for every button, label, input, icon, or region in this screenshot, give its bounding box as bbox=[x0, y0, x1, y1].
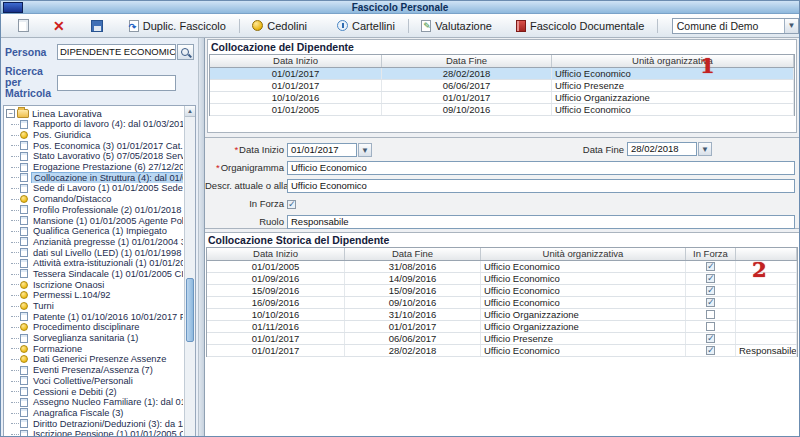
tree-expander-icon[interactable]: − bbox=[6, 109, 15, 118]
fascicolo-documentale-button[interactable]: Fascicolo Documentale bbox=[511, 17, 649, 35]
app-window: Fascicolo Personale ✕ Duplic. Fascicolo … bbox=[0, 0, 800, 437]
cell-unita: Ufficio Organizzazione bbox=[481, 321, 686, 332]
tree-item[interactable]: Sede di Lavoro (1) 01/01/2005 Sede Princ… bbox=[6, 183, 183, 194]
in-forza-checkbox[interactable] bbox=[706, 262, 715, 271]
table-row[interactable]: 15/09/2016 15/09/2016 Ufficio Economico bbox=[207, 285, 797, 297]
chevron-down-icon[interactable]: ▼ bbox=[358, 143, 372, 157]
cartellini-button[interactable]: Cartellini bbox=[332, 17, 400, 35]
tree-item[interactable]: Voci Collettive/Personali bbox=[6, 376, 183, 387]
table-row[interactable]: 01/09/2016 14/09/2016 Ufficio Economico bbox=[207, 273, 797, 285]
tree-item[interactable]: Erogazione Prestazione (6) 27/12/2017 Fu… bbox=[6, 162, 183, 173]
scrollbar-thumb[interactable] bbox=[186, 278, 194, 342]
in-forza-checkbox[interactable] bbox=[706, 346, 715, 355]
table-row[interactable]: 01/01/2017 28/02/2018 Ufficio Economico … bbox=[207, 345, 797, 357]
tree-item[interactable]: Cessioni e Debiti (2) bbox=[6, 386, 183, 397]
data-fine-input[interactable]: 28/02/2018 bbox=[627, 142, 697, 156]
column-header[interactable]: In Forza bbox=[686, 248, 736, 260]
tree-item[interactable]: Attività extra-istituzionali (1) 01/01/2… bbox=[6, 258, 183, 269]
table-row[interactable]: 01/01/2017 06/06/2017 Ufficio Presenze bbox=[210, 80, 794, 92]
table-row[interactable]: 10/10/2016 31/10/2016 Ufficio Organizzaz… bbox=[207, 309, 797, 321]
table-row[interactable]: 01/01/2017 06/06/2017 Ufficio Presenze bbox=[207, 333, 797, 345]
column-header[interactable]: Data Fine bbox=[382, 55, 552, 67]
tree-item[interactable]: Tessera Sindacale (1) 01/01/2005 CISL bbox=[6, 269, 183, 280]
in-forza-checkbox[interactable] bbox=[706, 322, 715, 331]
organigramma-input[interactable]: Ufficio Economico bbox=[287, 161, 795, 175]
tree-item[interactable]: Assegno Nucleo Familiare (1): dal 01/07/… bbox=[6, 397, 183, 408]
tree-root-node[interactable]: − Linea Lavorativa bbox=[6, 107, 183, 119]
tree-item[interactable]: Eventi Presenza/Assenza (7) bbox=[6, 365, 183, 376]
new-button[interactable] bbox=[13, 16, 34, 35]
duplica-fascicolo-button[interactable]: Duplic. Fascicolo bbox=[124, 17, 231, 35]
collocazione-form: Data Inizio 01/01/2017 ▼ Data Fine 28/02… bbox=[205, 137, 799, 229]
tree-item[interactable]: Collocazione in Struttura (4): dal 01/01… bbox=[6, 172, 183, 183]
data-inizio-input[interactable]: 01/01/2017 bbox=[287, 143, 357, 157]
tree-item[interactable]: dati sul Livello (LED) (1) 01/01/1998 5L bbox=[6, 247, 183, 258]
cell-data-inizio: 01/01/2017 bbox=[210, 80, 382, 91]
column-header[interactable]: Unità organizzativa bbox=[552, 55, 794, 67]
tree-item[interactable]: Diritto Detrazioni/Deduzioni (3): da 1/2… bbox=[6, 418, 183, 429]
tree-item[interactable]: Comando/Distacco bbox=[6, 194, 183, 205]
scroll-up-icon[interactable]: ▲ bbox=[185, 106, 195, 117]
tree-item[interactable]: Permessi L.104/92 bbox=[6, 290, 183, 301]
column-header[interactable]: Unità organizzativa bbox=[481, 248, 686, 260]
in-forza-checkbox[interactable] bbox=[706, 286, 715, 295]
tree-item[interactable]: Pos. Giuridica bbox=[6, 130, 183, 141]
collocazione-storica-table: Data Inizio Data Fine Unità organizzativ… bbox=[206, 247, 798, 357]
table-row[interactable]: 01/11/2016 01/01/2017 Ufficio Organizzaz… bbox=[207, 321, 797, 333]
tree-item[interactable]: Formazione bbox=[6, 343, 183, 354]
cell-in-forza bbox=[686, 345, 736, 356]
tree-item[interactable]: Profilo Professionale (2) 01/01/2018 Amm… bbox=[6, 205, 183, 216]
ricerca-matricola-label: Ricerca per Matricola bbox=[5, 66, 57, 99]
cedolini-button[interactable]: Cedolini bbox=[247, 17, 312, 35]
tree-item[interactable]: Iscrizione Onaosi bbox=[6, 279, 183, 290]
chevron-down-icon[interactable]: ▼ bbox=[698, 142, 712, 156]
cell-data-inizio: 01/11/2016 bbox=[207, 321, 345, 332]
search-icon[interactable] bbox=[177, 44, 194, 60]
tree-item[interactable]: Sorveglianza sanitaria (1) bbox=[6, 333, 183, 344]
tree-item[interactable]: Anzianità pregresse (1) 01/01/2004 31/12… bbox=[6, 237, 183, 248]
table-row[interactable]: 01/01/2005 09/10/2016 Ufficio Economico bbox=[210, 104, 794, 116]
save-button[interactable] bbox=[86, 17, 108, 35]
table-row[interactable]: 10/10/2016 01/01/2017 Ufficio Organizzaz… bbox=[210, 92, 794, 104]
chevron-down-icon[interactable]: ▼ bbox=[784, 19, 798, 33]
table-row[interactable]: 16/09/2016 09/10/2016 Ufficio Economico bbox=[207, 297, 797, 309]
in-forza-checkbox[interactable] bbox=[706, 274, 715, 283]
in-forza-checkbox[interactable] bbox=[706, 298, 715, 307]
descrizione-input[interactable]: Ufficio Economico bbox=[287, 179, 795, 193]
cell-data-fine: 14/09/2016 bbox=[345, 273, 481, 284]
tree-item-icon bbox=[20, 355, 28, 363]
in-forza-checkbox[interactable] bbox=[706, 310, 715, 319]
save-floppy-icon bbox=[91, 20, 103, 32]
tree-item[interactable]: Procedimento disciplinare bbox=[6, 322, 183, 333]
company-select[interactable]: Comune di Demo ▼ bbox=[672, 18, 799, 34]
column-header[interactable]: Data Inizio bbox=[207, 248, 345, 260]
tree-item[interactable]: Stato Lavorativo (5) 07/05/2018 Servizio… bbox=[6, 151, 183, 162]
cell-data-inizio: 01/01/2005 bbox=[207, 261, 345, 272]
tree-item[interactable]: Dati Generici Presenze Assenze bbox=[6, 354, 183, 365]
tree-item[interactable]: Mansione (1) 01/01/2005 Agente Polizia L… bbox=[6, 215, 183, 226]
tree-item[interactable]: Pos. Economica (3) 01/01/2017 Cat. D - P… bbox=[6, 140, 183, 151]
tree-item[interactable]: Anagrafica Fiscale (3) bbox=[6, 408, 183, 419]
tree-item[interactable]: Qualifica Generica (1) Impiegato bbox=[6, 226, 183, 237]
tree-item[interactable]: Rapporto di lavoro (4): dal 01/03/2018 1… bbox=[6, 119, 183, 130]
cell-ruolo bbox=[736, 309, 797, 320]
cell-data-inizio: 01/09/2016 bbox=[207, 273, 345, 284]
in-forza-checkbox[interactable] bbox=[287, 200, 296, 209]
ruolo-input[interactable]: Responsabile bbox=[287, 215, 795, 229]
tree-item[interactable]: Patente (1) 01/10/2016 10/01/2017 Patent… bbox=[6, 311, 183, 322]
ricerca-matricola-input[interactable] bbox=[57, 75, 176, 91]
column-header[interactable]: Data Fine bbox=[345, 248, 481, 260]
app-icon bbox=[3, 2, 23, 13]
new-document-icon bbox=[18, 19, 29, 32]
tree-item-icon bbox=[20, 323, 28, 331]
in-forza-checkbox[interactable] bbox=[706, 334, 715, 343]
persona-input[interactable]: DIPENDENTE ECONOMICO DUE - 01/0 bbox=[57, 44, 176, 60]
tree-item[interactable]: Iscrizione Pensione (1) 01/01/2005 CPDEL… bbox=[6, 429, 183, 437]
table-row[interactable]: 01/01/2005 31/08/2016 Ufficio Economico bbox=[207, 261, 797, 273]
delete-button[interactable]: ✕ bbox=[48, 17, 70, 35]
valutazione-button[interactable]: Valutazione bbox=[416, 17, 497, 35]
tree-item[interactable]: Turni bbox=[6, 301, 183, 312]
column-header[interactable]: Data Inizio bbox=[210, 55, 382, 67]
tree-scrollbar[interactable]: ▲ bbox=[184, 106, 195, 437]
cell-unita: Ufficio Presenze bbox=[552, 80, 794, 91]
